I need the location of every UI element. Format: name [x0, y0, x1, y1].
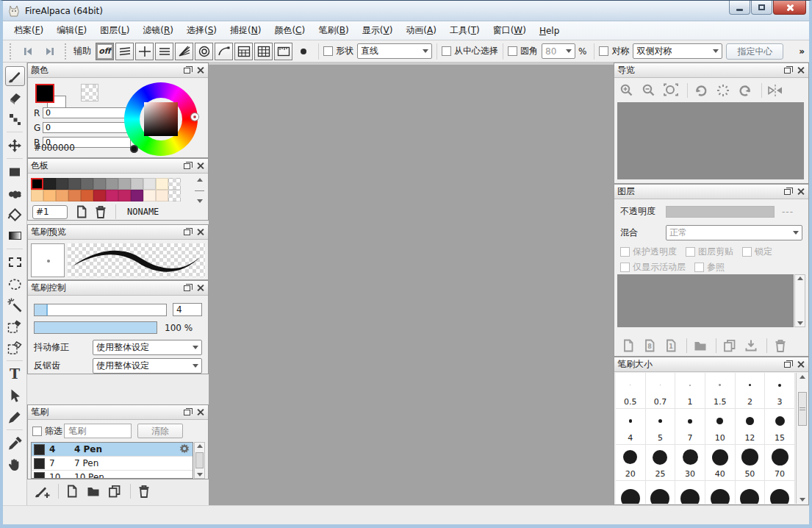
delete-palette-button[interactable] — [93, 204, 109, 219]
brush-size-cell[interactable]: 10 — [705, 409, 736, 445]
brush-size-scrollbar[interactable] — [796, 373, 808, 504]
brush-search-input[interactable] — [64, 424, 132, 438]
snap-vanishing-button[interactable] — [175, 43, 193, 60]
close-panel-icon[interactable] — [195, 162, 205, 171]
snap-parallel-button[interactable] — [115, 43, 134, 60]
new-layer-button[interactable] — [619, 338, 637, 353]
scroll-up-icon[interactable] — [197, 444, 203, 448]
scroll-down-icon[interactable] — [197, 473, 203, 477]
layer-list[interactable] — [617, 274, 794, 327]
rotate-reset-button[interactable] — [714, 83, 733, 98]
gradient-tool[interactable] — [5, 226, 25, 246]
snap-dot-button[interactable] — [294, 43, 312, 60]
pointer-tool[interactable] — [5, 385, 25, 405]
palette-swatch[interactable] — [31, 178, 43, 190]
palette-swatch[interactable] — [93, 178, 106, 190]
new-brush-button[interactable] — [62, 482, 82, 500]
brush-clear-button[interactable]: 清除 — [137, 424, 183, 438]
sv-indicator[interactable] — [130, 145, 138, 153]
menu-item-a[interactable]: 动画(A) — [399, 22, 443, 39]
palette-swatch[interactable] — [118, 178, 131, 190]
saturation-value-box[interactable] — [144, 102, 178, 136]
layer-option-checkbox[interactable] — [742, 247, 752, 257]
set-center-button[interactable]: 指定中心 — [726, 43, 783, 60]
palette-swatch[interactable] — [156, 178, 168, 190]
hand-tool[interactable] — [5, 454, 25, 474]
snap-horizontal-button[interactable] — [155, 43, 173, 60]
brush-size-cell[interactable]: 1.5 — [705, 373, 736, 409]
tone-tool[interactable] — [5, 109, 25, 129]
rotate-left-button[interactable] — [691, 83, 711, 98]
prev-snap-button[interactable] — [17, 43, 39, 60]
brush-size-cell[interactable] — [705, 481, 736, 504]
brush-folder-button[interactable] — [84, 482, 103, 500]
palette-swatch[interactable] — [168, 178, 181, 190]
color-wheel[interactable] — [124, 82, 198, 156]
g-input[interactable] — [43, 122, 131, 133]
scroll-up-icon[interactable] — [197, 178, 203, 182]
delete-brush-button[interactable] — [134, 482, 154, 500]
palette-swatch[interactable] — [68, 178, 81, 190]
menu-item-e[interactable]: 编辑(E) — [50, 22, 93, 39]
close-panel-icon[interactable] — [795, 66, 805, 75]
close-panel-icon[interactable] — [795, 188, 805, 196]
menu-item-h[interactable]: Help — [533, 24, 566, 38]
close-panel-icon[interactable] — [195, 284, 205, 293]
palette-swatch[interactable] — [143, 178, 156, 190]
toolbar-overflow-chevron[interactable]: » — [799, 46, 806, 57]
symmetry-checkbox[interactable] — [599, 46, 608, 56]
divide-tool[interactable] — [5, 407, 25, 427]
brush-size-cell[interactable] — [675, 481, 705, 504]
menu-item-s[interactable]: 选择(S) — [180, 22, 223, 39]
layer-list-scrollbar[interactable] — [794, 274, 805, 327]
brush-size-cell[interactable] — [616, 481, 646, 504]
smudge-tool[interactable] — [5, 183, 25, 203]
transparent-color-swatch[interactable] — [81, 84, 98, 101]
brush-size-cell[interactable] — [736, 481, 766, 504]
menu-item-l[interactable]: 图层(L) — [93, 22, 136, 39]
from-center-checkbox[interactable] — [442, 46, 451, 56]
brush-size-slider[interactable] — [34, 304, 167, 316]
menu-item-v[interactable]: 显示(V) — [356, 22, 400, 39]
float-panel-icon[interactable] — [182, 162, 192, 171]
brush-size-cell[interactable]: 25 — [646, 445, 676, 481]
snap-grid-button[interactable] — [254, 43, 273, 60]
palette-swatch[interactable] — [131, 178, 143, 190]
layer-option-checkbox[interactable] — [694, 263, 704, 272]
maximize-button[interactable] — [751, 1, 772, 15]
palette-swatch[interactable] — [43, 190, 56, 201]
brush-size-cell[interactable]: 4 — [616, 409, 646, 445]
close-button[interactable] — [773, 1, 806, 15]
palette-swatch[interactable] — [106, 190, 118, 201]
scroll-up-icon[interactable] — [800, 375, 805, 379]
layer-folder-button[interactable] — [691, 338, 709, 353]
close-panel-icon[interactable] — [195, 408, 205, 417]
palette-swatch[interactable] — [31, 190, 43, 201]
palette-swatch[interactable] — [43, 178, 56, 190]
palette-swatch[interactable] — [168, 190, 181, 201]
select-pen-tool[interactable] — [5, 316, 25, 336]
palette-swatch[interactable] — [93, 190, 106, 201]
palette-swatch[interactable] — [131, 190, 143, 201]
zoom-fit-button[interactable] — [661, 83, 680, 98]
layer-option-checkbox[interactable] — [620, 247, 630, 257]
brush-size-cell[interactable] — [765, 481, 795, 504]
snap-curve-button[interactable] — [215, 43, 233, 60]
magic-wand-tool[interactable] — [5, 295, 25, 315]
palette-swatch[interactable] — [56, 190, 68, 201]
palette-scrollbar[interactable] — [194, 178, 205, 203]
brush-list-scrollbar[interactable] — [194, 442, 205, 479]
bucket-tool[interactable] — [5, 204, 25, 224]
rotate-right-button[interactable] — [736, 83, 755, 98]
close-panel-icon[interactable] — [795, 360, 805, 369]
gear-icon[interactable] — [179, 443, 190, 456]
brush-size-cell[interactable]: 20 — [616, 445, 646, 481]
select-eraser-tool[interactable] — [5, 338, 25, 357]
float-panel-icon[interactable] — [182, 228, 192, 237]
blend-select[interactable]: 正常 — [666, 225, 802, 240]
jitter-select[interactable]: 使用整体设定 — [93, 340, 202, 355]
eyedropper-tool[interactable] — [5, 433, 25, 453]
round-corner-select[interactable]: 80 — [542, 43, 575, 59]
menu-item-b[interactable]: 笔刷(B) — [312, 22, 356, 39]
next-snap-button[interactable] — [39, 43, 61, 60]
